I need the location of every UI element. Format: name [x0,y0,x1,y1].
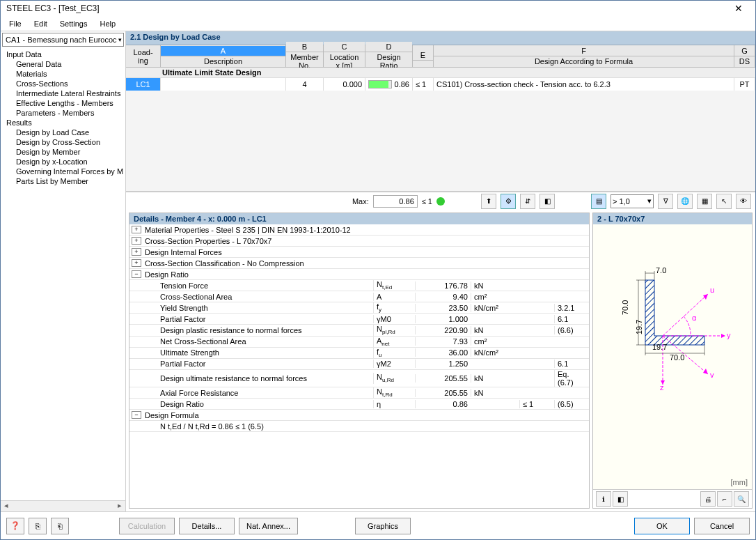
tree-item[interactable]: Intermediate Lateral Restraints [1,88,125,98]
preview-title: 2 - L 70x70x7 [593,213,752,224]
section-preview: 2 - L 70x70x7 [592,213,753,509]
graphics-button[interactable]: Graphics [355,518,411,534]
detail-group[interactable]: +Cross-Section Classification - No Compr… [129,258,589,269]
tree-input-data[interactable]: Input Data [1,49,125,59]
preview-unit: [mm] [731,478,748,486]
svg-marker-8 [703,369,708,374]
detail-row: Partial FactorγM01.0006.1 [129,314,589,325]
detail-row: Yield Strengthfy23.50kN/cm²3.2.1 [129,302,589,314]
svg-text:70.0: 70.0 [621,300,629,315]
plus-icon: + [132,259,141,267]
max-value: 0.86 [373,195,418,208]
tree-item[interactable]: General Data [1,59,125,69]
export-button[interactable]: ⎘ [29,518,47,534]
detail-row: Design Ratioη0.86≤ 1(6.5) [129,399,589,410]
grid-group-row: Ultimate Limit State Design [126,68,755,78]
svg-text:v: v [710,371,714,379]
detail-group[interactable]: +Material Properties - Steel S 235 | DIN… [129,224,589,236]
zoom-button[interactable]: 🔍 [734,491,749,507]
case-combo[interactable]: CA1 - Bemessung nach Eurococ ▾ [2,33,124,47]
detail-row: Design plastic resistance to normal forc… [129,325,589,336]
sidebar-hscroll[interactable]: ◂▸ [1,500,125,511]
dialog-footer: ❓ ⎘ ⎗ Calculation Details... Nat. Annex.… [1,511,755,539]
tree-item[interactable]: Cross-Sections [1,79,125,88]
svg-marker-6 [703,294,708,300]
ok-button[interactable]: OK [634,518,690,534]
svg-text:7.0: 7.0 [656,266,666,275]
axes-button[interactable]: ⌐ [717,491,732,507]
ratio-bar [368,80,392,88]
view-button[interactable]: 🌐 [677,194,693,209]
tree-item[interactable]: Governing Internal Forces by M [1,167,125,176]
svg-marker-2 [721,334,725,338]
details-button[interactable]: Details... [179,518,235,534]
nat-annex-button[interactable]: Nat. Annex... [239,518,298,534]
print-button[interactable]: 🖨 [700,491,716,507]
svg-text:y: y [727,331,731,339]
tree-item[interactable]: Design by Load Case [1,128,125,137]
detail-row: Tension ForceNt,Ed176.78kN [129,280,589,291]
detail-group-open[interactable]: −Design Formula [129,410,589,421]
grid-data-row[interactable]: LC1 4 0.000 0.86 ≤ 1 CS101) Cross-sectio… [126,78,755,91]
svg-text:19.7: 19.7 [652,343,667,351]
tree-item[interactable]: Design by Cross-Section [1,137,125,147]
cancel-button[interactable]: Cancel [694,518,750,534]
tree-results[interactable]: Results [1,118,125,128]
calculation-button[interactable]: Calculation [119,518,175,534]
relation-button[interactable]: ⇵ [520,194,535,209]
tree-item[interactable]: Parameters - Members [1,108,125,118]
scale-select[interactable]: > 1,0▾ [611,194,654,208]
menu-settings[interactable]: Settings [54,18,93,29]
detail-row: Cross-Sectional AreaA9.40cm² [129,291,589,302]
tree-item[interactable]: Materials [1,69,125,79]
tree-item[interactable]: Design by x-Location [1,157,125,167]
menu-bar: File Edit Settings Help [1,16,755,31]
detail-formula: N t,Ed / N t,Rd = 0.86 ≤ 1 (6.5) [129,421,589,432]
cell-loadcase: LC1 [126,78,161,91]
max-summary-row: Max: 0.86 ≤ 1 ⬆ ⚙ ⇵ ◧ ▤ > 1,0▾ ∇ 🌐 ▦ ↖ 👁 [126,192,755,210]
detail-row: Axial Force ResistanceNt,Rd205.55kN [129,387,589,399]
minus-icon: − [132,411,141,419]
color-button[interactable]: ◧ [540,194,555,209]
svg-text:z: z [660,383,664,392]
help-button[interactable]: ❓ [6,518,24,534]
minus-icon: − [132,270,141,278]
detail-row: Ultimate Strengthfu36.00kN/cm² [129,348,589,359]
svg-line-5 [663,294,708,336]
tree-item[interactable]: Design by Member [1,147,125,157]
plus-icon: + [132,248,141,256]
menu-edit[interactable]: Edit [29,18,53,29]
select-button[interactable]: ↖ [716,194,732,209]
detail-group[interactable]: +Cross-Section Properties - L 70x70x7 [129,236,589,247]
eye-button[interactable]: 👁 [736,194,751,209]
excel-button[interactable]: ▦ [697,194,712,209]
detail-group[interactable]: +Design Internal Forces [129,247,589,258]
svg-text:70.0: 70.0 [670,353,684,362]
detail-row: Net Cross-Sectional AreaAnet7.93cm² [129,337,589,348]
max-label: Max: [352,197,369,206]
menu-file[interactable]: File [3,18,27,29]
svg-text:α: α [692,314,697,322]
import-button[interactable]: ⎗ [51,518,69,534]
nav-tree: Input Data General Data Materials Cross-… [1,48,125,500]
info-button[interactable]: ℹ [596,491,611,507]
preview-canvas[interactable]: y z u v α 70.0 7.0 [593,224,752,489]
colorscale-button[interactable]: ▤ [591,194,606,209]
menu-help[interactable]: Help [94,18,121,29]
svg-text:u: u [710,286,714,294]
plus-icon: + [132,226,141,233]
plus-icon: + [132,237,141,245]
detail-group-open[interactable]: −Design Ratio [129,269,589,280]
detail-row: Partial FactorγM21.2506.1 [129,359,589,370]
details-title: Details - Member 4 - x: 0.000 m - LC1 [129,213,589,224]
sort-asc-button[interactable]: ⬆ [481,194,496,209]
section-props-button[interactable]: ◧ [613,491,628,507]
close-button[interactable]: ✕ [725,1,753,15]
panel-title: 2.1 Design by Load Case [126,31,755,45]
tree-item[interactable]: Effective Lengths - Members [1,98,125,108]
svg-text:19.7: 19.7 [635,320,643,334]
filter-funnel-button[interactable]: ∇ [658,194,673,209]
title-bar: STEEL EC3 - [Test_EC3] ✕ [1,1,755,16]
tree-item[interactable]: Parts List by Member [1,176,125,186]
filter-button[interactable]: ⚙ [501,194,516,209]
